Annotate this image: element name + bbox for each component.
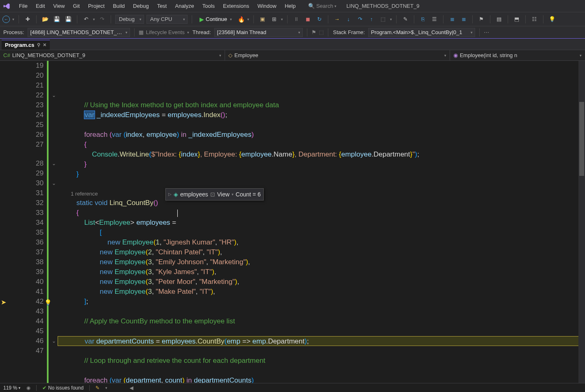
code-line[interactable]: ]; [58, 297, 585, 307]
menu-help[interactable]: Help [281, 1, 300, 11]
menu-build[interactable]: Build [109, 1, 129, 11]
save-button[interactable]: 💾 [52, 15, 61, 24]
lifecycle-icon[interactable]: ▦ [139, 29, 144, 35]
code-line[interactable]: [ [58, 228, 585, 238]
code-line[interactable]: new Employee(2, "Chintan Patel", "IT"), [58, 247, 585, 257]
undo-button[interactable]: ↶ [81, 15, 91, 24]
close-icon[interactable]: ✕ [43, 42, 46, 48]
platform-dropdown[interactable]: Any CPU [146, 15, 188, 24]
code-line[interactable]: new Employee(3, "Kyle James", "IT"), [58, 267, 585, 277]
menu-view[interactable]: View [49, 1, 69, 11]
step-out-button[interactable]: ↑ [367, 15, 376, 24]
chevron-down-icon[interactable]: ▾ [105, 386, 107, 390]
codelens-line[interactable]: 1 reference [58, 189, 585, 198]
chevron-down-icon[interactable]: ▾ [232, 189, 234, 199]
toolbar-icon[interactable]: ▣ [258, 15, 267, 24]
show-next-statement-button[interactable]: → [332, 15, 341, 24]
save-all-button[interactable]: 💾 [64, 15, 73, 24]
pin-icon[interactable]: ⚲ [37, 42, 40, 48]
toolbar-icon[interactable]: ☰ [430, 15, 439, 24]
toolbar-icon[interactable]: ≣ [459, 15, 468, 24]
toolbar-icon[interactable]: ☷ [530, 15, 539, 24]
menu-file[interactable]: File [15, 1, 32, 11]
code-line[interactable] [58, 179, 585, 189]
code-line[interactable]: new Employee(3, "Peter Moor", "Marketing… [58, 277, 585, 287]
chevron-down-icon[interactable]: ▾ [187, 30, 189, 35]
code-line[interactable]: foreach (var (department, count) in depa… [58, 376, 585, 383]
thread-dropdown[interactable]: [23568] Main Thread [214, 28, 303, 37]
toolbar-icon[interactable]: ⬒ [512, 15, 521, 24]
view-icon[interactable]: ⊡ [210, 189, 215, 199]
new-item-button[interactable]: ✚ [23, 15, 32, 24]
continue-button[interactable]: ▶ Continue ▾ [196, 15, 235, 23]
flag-button[interactable]: ⚑ [311, 29, 316, 35]
scroll-left-icon[interactable]: ◀ [130, 385, 133, 391]
menu-analyze[interactable]: Analyze [171, 1, 198, 11]
nav-class[interactable]: ◇ Employee [225, 50, 450, 60]
intellicode-button[interactable]: 💡 [548, 15, 557, 24]
bookmark-button[interactable]: ⚑ [477, 15, 486, 24]
code-line[interactable]: var departmentCounts = employees.CountBy… [58, 336, 585, 346]
code-line[interactable] [58, 120, 585, 130]
code-line[interactable]: new Employee(1, "Jignesh Kumar", "HR"), [58, 238, 585, 247]
datatip-view[interactable]: View [217, 189, 230, 199]
expand-icon[interactable]: ▷ [168, 189, 172, 199]
search-box[interactable]: 🔍 Search ▾ [308, 3, 337, 9]
code-line[interactable]: var _indexedEmployees = employees.Index(… [58, 110, 585, 120]
code-line[interactable]: static void Linq_CountBy() [58, 198, 585, 208]
step-into-button[interactable]: ↓ [344, 15, 353, 24]
open-folder-button[interactable]: 📂 [41, 15, 50, 24]
process-dropdown[interactable]: [4868] LINQ_METHODS_DOTNET_… [28, 28, 130, 37]
toolbar-icon[interactable]: ≣ [448, 15, 457, 24]
code-line[interactable]: } [58, 169, 585, 179]
nav-member[interactable]: ◉ Employee(int id, string n [450, 50, 585, 60]
menu-project[interactable]: Project [84, 1, 109, 11]
toolbar-icon[interactable]: ▤ [494, 15, 504, 24]
menu-edit[interactable]: Edit [32, 1, 49, 11]
code-line[interactable]: List<Employee> employees = [58, 218, 585, 228]
toolbar-icon[interactable]: ⊞ [269, 15, 279, 24]
nav-back-button[interactable]: ← [2, 16, 10, 23]
code-area[interactable]: ▷ ◈ employees ⊡ View ▾ Count = 6 // Usin… [58, 61, 585, 383]
toolbar-overflow[interactable]: ⋯ [484, 29, 489, 35]
menu-tools[interactable]: Tools [198, 1, 219, 11]
code-line[interactable]: // Loop through and retrieve the count f… [58, 356, 585, 366]
menu-window[interactable]: Window [253, 1, 281, 11]
code-line[interactable] [58, 346, 585, 356]
chevron-down-icon[interactable]: ▾ [12, 17, 14, 21]
code-line[interactable]: { [58, 140, 585, 150]
pause-button[interactable]: ⏸ [292, 15, 301, 24]
code-line[interactable]: { [58, 208, 585, 218]
stop-button[interactable]: ◼ [303, 15, 312, 24]
code-line[interactable] [58, 307, 585, 316]
toolbar-icon[interactable]: ⬚ [319, 29, 324, 35]
menu-extensions[interactable]: Extensions [219, 1, 253, 11]
menu-git[interactable]: Git [69, 1, 84, 11]
stackframe-dropdown[interactable]: Program.<Main>$._Linq_CountBy|0_1 [368, 28, 475, 37]
fold-column[interactable]: ⌄⌄⌄⌄ [50, 61, 58, 383]
toolbar-icon[interactable]: ✎ [401, 15, 410, 24]
toolbar-icon[interactable]: ⬚ [378, 15, 388, 24]
menu-test[interactable]: Test [153, 1, 171, 11]
chevron-down-icon[interactable]: ▾ [281, 17, 283, 21]
code-line[interactable]: // Using the Index method to get both in… [58, 100, 585, 110]
code-line[interactable]: new Employee(3, "Emily Johnson", "Market… [58, 257, 585, 267]
chevron-down-icon[interactable]: ▾ [390, 17, 392, 21]
status-icon[interactable]: ✎ [95, 385, 100, 391]
restart-button[interactable]: ↻ [315, 15, 324, 24]
code-line[interactable]: new Employee(3, "Make Patel", "IT"), [58, 287, 585, 297]
issues-indicator[interactable]: ✔ No issues found [42, 385, 84, 391]
code-line[interactable]: // Apply the CountBy method to the emplo… [58, 316, 585, 326]
zoom-control[interactable]: 119 % ▾ [3, 385, 21, 391]
chevron-down-icon[interactable]: ▾ [247, 17, 249, 21]
status-icon[interactable]: ◉ [26, 385, 30, 391]
code-line[interactable]: foreach (var (index, employee) in _index… [58, 130, 585, 140]
tab-program-cs[interactable]: Program.cs ⚲ ✕ [2, 40, 50, 50]
datatip-tooltip[interactable]: ▷ ◈ employees ⊡ View ▾ Count = 6 [165, 188, 264, 201]
code-line[interactable] [58, 366, 585, 376]
step-over-button[interactable]: ↷ [355, 15, 364, 24]
chevron-down-icon[interactable]: ▾ [93, 17, 95, 21]
nav-project[interactable]: C# LINQ_METHODS_DOTNET_9 [0, 50, 225, 60]
code-line[interactable] [58, 326, 585, 336]
vertical-scrollbar[interactable] [578, 61, 585, 383]
